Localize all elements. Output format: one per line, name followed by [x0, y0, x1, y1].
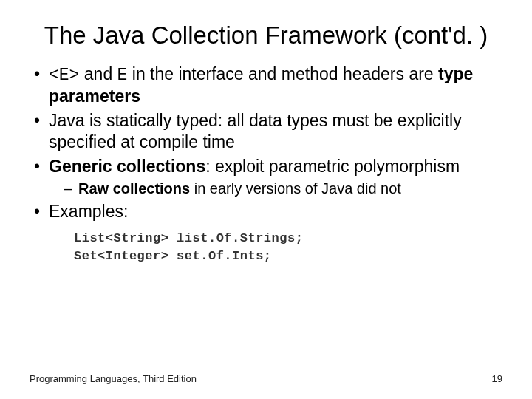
bullet-1: <E> and E in the interface and method he… — [33, 64, 502, 108]
footer-page-number: 19 — [492, 373, 502, 384]
text: and — [79, 64, 117, 83]
bullet-4: Examples: — [33, 201, 502, 222]
bold-text: Raw collections — [78, 180, 190, 197]
bullet-3: Generic collections: exploit parametric … — [33, 156, 502, 199]
slide: The Java Collection Framework (cont'd. )… — [0, 0, 532, 399]
sub-bullet-list: Raw collections in early versions of Jav… — [64, 180, 502, 198]
code-example: List<String> list.Of.Strings; Set<Intege… — [74, 230, 502, 265]
footer: Programming Languages, Third Edition 19 — [30, 373, 502, 384]
code-line-1: List<String> list.Of.Strings; — [74, 230, 502, 248]
text: in the interface and method headers are — [127, 64, 438, 83]
code-token-e-bracket: <E> — [49, 66, 79, 85]
sub-bullet-1: Raw collections in early versions of Jav… — [64, 180, 502, 198]
bullet-2: Java is statically typed: all data types… — [33, 110, 502, 153]
text: in early versions of Java did not — [190, 180, 401, 197]
slide-title: The Java Collection Framework (cont'd. ) — [30, 21, 502, 50]
bold-text: Generic collections — [49, 157, 205, 176]
code-token-e: E — [117, 66, 128, 85]
code-line-2: Set<Integer> set.Of.Ints; — [74, 248, 502, 265]
bullet-list: <E> and E in the interface and method he… — [33, 64, 502, 223]
footer-left: Programming Languages, Third Edition — [30, 373, 197, 384]
text: : exploit parametric polymorphism — [205, 157, 460, 176]
